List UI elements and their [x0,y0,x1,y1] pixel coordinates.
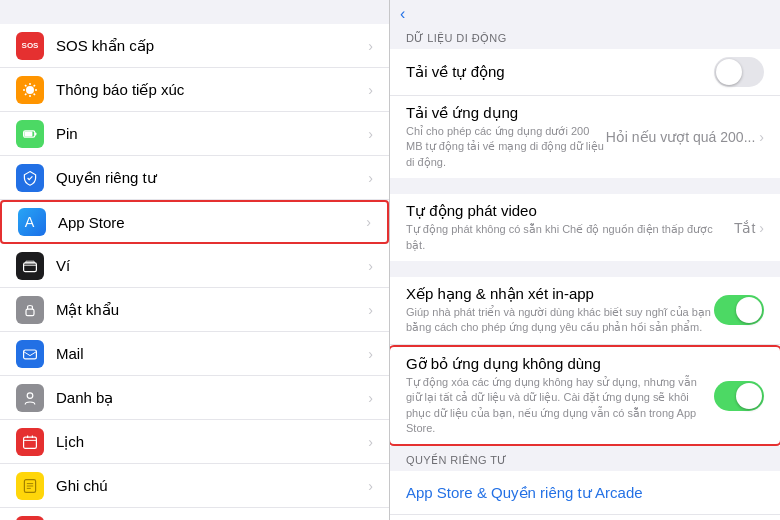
svg-rect-17 [24,437,37,448]
privacy-chevron-icon: › [368,170,373,186]
remove-apps-sub: Tự động xóa các ứng dụng không hay sử dụ… [406,375,714,437]
settings-item-battery[interactable]: Pin› [0,112,389,156]
svg-text:A: A [25,214,35,230]
battery-icon [16,120,44,148]
password-label: Mật khẩu [56,301,364,319]
svg-line-6 [34,93,35,94]
privacy-section-header: QUYỀN RIÊNG TƯ [390,446,780,471]
settings-item-reminders[interactable]: Lời nhắc› [0,508,389,520]
ratings-toggle[interactable] [714,295,764,325]
svg-point-16 [27,392,33,398]
sos-icon: SOS [16,32,44,60]
appstore-label: App Store [58,214,362,231]
calendar-chevron-icon: › [368,434,373,450]
mail-label: Mail [56,345,364,362]
mail-icon [16,340,44,368]
settings-item-exposure[interactable]: Thông báo tiếp xúc› [0,68,389,112]
notes-label: Ghi chú [56,477,364,494]
privacy-link-1[interactable]: App Store & Quyền riêng tư Arcade [390,471,780,515]
app-downloads-content: Tải về ứng dụng Chỉ cho phép các ứng dụn… [406,104,606,170]
exposure-icon [16,76,44,104]
ratings-toggle-thumb [736,297,762,323]
back-button[interactable]: ‹ [400,5,407,23]
contacts-chevron-icon: › [368,390,373,406]
exposure-chevron-icon: › [368,82,373,98]
reminders-icon [16,516,44,521]
ratings-sub: Giúp nhà phát triển và người dùng khác b… [406,305,714,336]
svg-line-5 [25,85,26,86]
app-downloads-value: Hỏi nếu vượt quá 200... [606,129,756,145]
auto-play-chevron-icon: › [759,220,764,236]
right-header: ‹ [390,0,780,24]
password-chevron-icon: › [368,302,373,318]
back-chevron-icon: ‹ [400,5,405,23]
auto-play-label: Tự động phát video [406,202,734,220]
svg-rect-14 [26,309,34,315]
remove-apps-label: Gỡ bỏ ứng dụng không dùng [406,355,714,373]
contacts-label: Danh bạ [56,389,364,407]
auto-play-sub: Tự động phát không có sẵn khi Chế độ ngu… [406,222,734,253]
gap-2 [390,261,780,277]
settings-item-calendar[interactable]: Lịch› [0,420,389,464]
ratings-item[interactable]: Xếp hạng & nhận xét in-app Giúp nhà phát… [390,277,780,345]
privacy-link-1-label: App Store & Quyền riêng tư Arcade [406,484,643,502]
settings-item-privacy[interactable]: Quyền riêng tư› [0,156,389,200]
exposure-label: Thông báo tiếp xúc [56,81,364,99]
svg-rect-11 [24,131,32,136]
privacy-label: Quyền riêng tư [56,169,364,187]
wallet-chevron-icon: › [368,258,373,274]
remove-apps-item[interactable]: Gỡ bỏ ứng dụng không dùng Tự động xóa cá… [390,345,780,447]
contacts-icon [16,384,44,412]
privacy-group: App Store & Quyền riêng tư ArcadeĐề xuất… [390,471,780,520]
notes-chevron-icon: › [368,478,373,494]
ratings-content: Xếp hạng & nhận xét in-app Giúp nhà phát… [406,285,714,336]
remove-apps-toggle[interactable] [714,381,764,411]
settings-item-password[interactable]: Mật khẩu› [0,288,389,332]
gap-1 [390,178,780,194]
battery-label: Pin [56,125,364,142]
ratings-group: Xếp hạng & nhận xét in-app Giúp nhà phát… [390,277,780,446]
settings-group-1: SOSSOS khẩn cấp›Thông báo tiếp xúc›Pin›Q… [0,24,389,520]
settings-item-contacts[interactable]: Danh bạ› [0,376,389,420]
auto-download-content: Tải về tự động [406,63,714,81]
settings-item-notes[interactable]: Ghi chú› [0,464,389,508]
sos-chevron-icon: › [368,38,373,54]
svg-rect-10 [35,132,37,135]
right-content: DỮ LIỆU DI ĐỘNG Tải về tự động Tải về ứn… [390,24,780,520]
auto-download-toggle[interactable] [714,57,764,87]
svg-line-8 [25,93,26,94]
calendar-icon [16,428,44,456]
left-panel-title [0,0,389,24]
right-panel: ‹ DỮ LIỆU DI ĐỘNG Tải về tự động Tải về … [390,0,780,520]
privacy-link-2[interactable]: Đề xuất được cá nhân hóa [390,515,780,520]
auto-download-item[interactable]: Tải về tự động [390,49,780,96]
auto-play-group: Tự động phát video Tự động phát không có… [390,194,780,261]
sos-label: SOS khẩn cấp [56,37,364,55]
auto-download-label: Tải về tự động [406,63,714,81]
settings-item-mail[interactable]: Mail› [0,332,389,376]
settings-item-appstore[interactable]: AApp Store› [0,200,389,244]
settings-list: SOSSOS khẩn cấp›Thông báo tiếp xúc›Pin›Q… [0,24,389,520]
mobile-data-group: Tải về tự động Tải về ứng dụng Chỉ cho p… [390,49,780,178]
app-downloads-sub: Chỉ cho phép các ứng dụng dưới 200 MB tự… [406,124,606,170]
svg-line-7 [34,85,35,86]
auto-play-item[interactable]: Tự động phát video Tự động phát không có… [390,194,780,261]
settings-item-wallet[interactable]: Ví› [0,244,389,288]
appstore-icon: A [18,208,46,236]
auto-download-toggle-thumb [716,59,742,85]
mail-chevron-icon: › [368,346,373,362]
wallet-label: Ví [56,257,364,274]
password-icon [16,296,44,324]
left-panel: SOSSOS khẩn cấp›Thông báo tiếp xúc›Pin›Q… [0,0,390,520]
settings-item-sos[interactable]: SOSSOS khẩn cấp› [0,24,389,68]
privacy-icon [16,164,44,192]
notes-icon [16,472,44,500]
svg-rect-15 [24,350,37,359]
ratings-label: Xếp hạng & nhận xét in-app [406,285,714,303]
svg-point-0 [26,86,34,94]
appstore-chevron-icon: › [366,214,371,230]
app-downloads-item[interactable]: Tải về ứng dụng Chỉ cho phép các ứng dụn… [390,96,780,178]
remove-apps-content: Gỡ bỏ ứng dụng không dùng Tự động xóa cá… [406,355,714,437]
wallet-icon [16,252,44,280]
calendar-label: Lịch [56,433,364,451]
